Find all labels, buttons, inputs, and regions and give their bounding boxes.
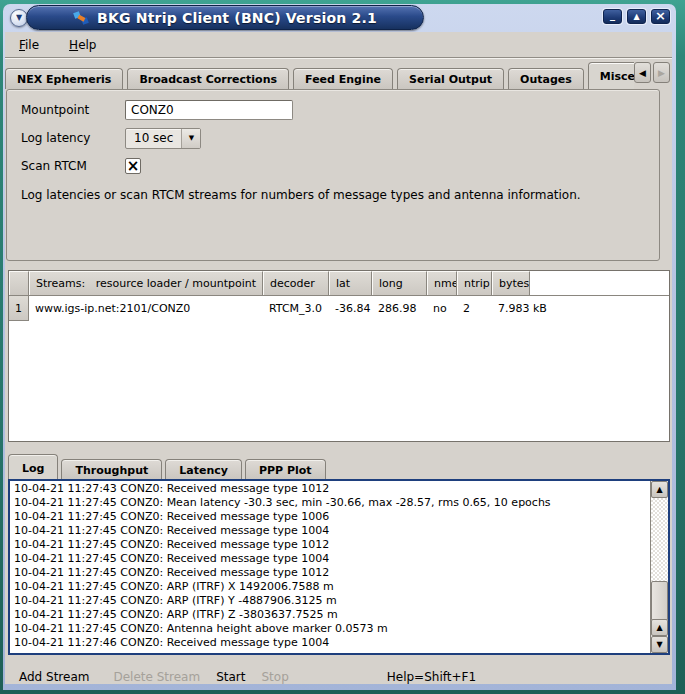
log-lines: 10-04-21 11:27:43 CONZ0: Received messag… <box>14 482 648 653</box>
column-header[interactable]: decoder <box>263 271 329 295</box>
help-shortcut-text: Help=Shift+F1 <box>387 670 476 684</box>
column-header[interactable]: long <box>372 271 427 295</box>
scroll-up-button[interactable]: ▲ <box>651 481 668 498</box>
main-tab[interactable]: Serial Output <box>397 68 504 89</box>
table-cell: 1 <box>9 296 29 321</box>
log-line: 10-04-21 11:27:45 CONZ0: ARP (ITRF) Y -4… <box>14 594 648 608</box>
mountpoint-label: Mountpoint <box>21 103 125 117</box>
action-button[interactable]: Start <box>216 670 245 684</box>
scan-rtcm-row: Scan RTCM × <box>21 156 659 176</box>
menu-item[interactable]: File <box>17 36 41 54</box>
action-button[interactable]: Delete Stream <box>113 670 200 684</box>
column-header[interactable]: bytes <box>492 271 530 295</box>
streams-table-header: Streams: resource loader / mountpoint de… <box>9 271 669 296</box>
app-icon <box>73 10 89 26</box>
log-view[interactable]: 10-04-21 11:27:43 CONZ0: Received messag… <box>8 479 670 655</box>
log-line: 10-04-21 11:27:45 CONZ0: Antenna height … <box>14 622 648 636</box>
table-cell: 286.98 <box>372 296 427 321</box>
arrow-down-icon: ▼ <box>656 640 662 649</box>
menu-item[interactable]: Help <box>67 36 98 54</box>
log-latency-select[interactable]: 10 sec ▼ <box>125 128 201 149</box>
scrollbar-track[interactable] <box>651 498 668 619</box>
client-area: File Help NEX Ephemeris Broadcast Correc… <box>5 32 672 684</box>
log-line: 10-04-21 11:27:45 CONZ0: ARP (ITRF) Z -3… <box>14 608 648 622</box>
log-scrollbar: ▲ ▲ ▼ <box>650 481 668 653</box>
log-line: 10-04-21 11:27:45 CONZ0: Received messag… <box>14 566 648 580</box>
log-line: 10-04-21 11:27:43 CONZ0: Received messag… <box>14 482 648 496</box>
log-line: 10-04-21 11:27:45 CONZ0: ARP (ITRF) X 14… <box>14 580 648 594</box>
maximize-icon: ▲ <box>633 13 639 21</box>
close-icon: × <box>655 9 666 22</box>
log-latency-label: Log latency <box>21 131 125 145</box>
table-cell: no <box>427 296 457 321</box>
bnc-window: ▼ BKG Ntrip Client (BNC) Version 2.1 _ ▲ <box>0 0 685 694</box>
maximize-button[interactable]: ▲ <box>627 9 646 24</box>
scrollbar-thumb[interactable] <box>651 581 668 621</box>
title-pill: BKG Ntrip Client (BNC) Version 2.1 <box>26 5 424 30</box>
main-tab[interactable]: Outages <box>508 68 584 89</box>
menu-bar: File Help <box>5 32 672 58</box>
arrow-up-icon: ▲ <box>656 485 662 494</box>
main-tab-bar: NEX Ephemeris Broadcast Corrections Feed… <box>5 62 672 89</box>
bottom-tab[interactable]: Log <box>8 454 58 479</box>
action-button[interactable]: Stop <box>261 670 288 684</box>
close-button[interactable]: × <box>651 9 670 24</box>
table-cell: 7.983 kB <box>492 296 547 321</box>
main-tab[interactable]: Broadcast Corrections <box>127 68 289 89</box>
main-tab[interactable]: Miscellaneous <box>588 62 634 89</box>
checkmark-icon: × <box>127 159 140 174</box>
chevron-right-icon: ▶ <box>658 68 665 78</box>
bottom-tab[interactable]: Latency <box>165 459 242 479</box>
window-title: BKG Ntrip Client (BNC) Version 2.1 <box>97 10 377 26</box>
minimize-button[interactable]: _ <box>603 9 622 24</box>
tab-scroll-right-button[interactable]: ▶ <box>653 62 670 83</box>
arrow-up-icon: ▲ <box>656 623 662 632</box>
column-header[interactable] <box>9 271 29 295</box>
miscellaneous-panel: Mountpoint CONZ0 Log latency 10 sec ▼ Sc… <box>6 89 660 261</box>
column-header[interactable]: Streams: resource loader / mountpoint <box>29 271 263 295</box>
streams-table: Streams: resource loader / mountpoint de… <box>8 270 670 442</box>
window-decoration: ▼ BKG Ntrip Client (BNC) Version 2.1 _ ▲ <box>3 4 676 690</box>
chevron-down-icon[interactable]: ▼ <box>181 129 200 148</box>
log-line: 10-04-21 11:27:45 CONZ0: Received messag… <box>14 552 648 566</box>
mountpoint-row: Mountpoint CONZ0 <box>21 100 659 120</box>
mountpoint-input[interactable]: CONZ0 <box>125 100 293 120</box>
tab-scroll-left-button[interactable]: ◀ <box>634 62 651 83</box>
log-line: 10-04-21 11:27:45 CONZ0: Received messag… <box>14 510 648 524</box>
main-tab[interactable]: NEX Ephemeris <box>5 68 123 89</box>
table-cell: RTCM_3.0 <box>263 296 329 321</box>
bottom-tab[interactable]: Throughput <box>61 459 162 479</box>
log-line: 10-04-21 11:27:46 CONZ0: Received messag… <box>14 636 648 650</box>
action-buttons: Add Stream Delete Stream Start Stop <box>19 670 305 684</box>
tab-scroll-buttons: ◀ ▶ <box>634 62 672 83</box>
scan-rtcm-label: Scan RTCM <box>21 159 125 173</box>
column-header[interactable]: lat <box>329 271 372 295</box>
log-latency-row: Log latency 10 sec ▼ <box>21 128 659 148</box>
main-tabs: NEX Ephemeris Broadcast Corrections Feed… <box>5 62 634 89</box>
minimize-icon: _ <box>610 10 615 20</box>
scan-rtcm-checkbox[interactable]: × <box>125 158 141 174</box>
log-line: 10-04-21 11:27:45 CONZ0: Received messag… <box>14 538 648 552</box>
scroll-up-button-secondary[interactable]: ▲ <box>651 619 668 636</box>
chevron-down-icon: ▼ <box>16 14 22 22</box>
panel-description: Log latencies or scan RTCM streams for n… <box>21 188 659 202</box>
log-latency-value: 10 sec <box>126 129 181 148</box>
bottom-tab-bar: Log Throughput Latency PPP Plot <box>8 454 672 479</box>
chevron-left-icon: ◀ <box>639 68 646 78</box>
log-line: 10-04-21 11:27:45 CONZ0: Mean latency -3… <box>14 496 648 510</box>
window-controls: _ ▲ × <box>603 9 670 24</box>
column-header[interactable]: ntrip <box>457 271 492 295</box>
table-row[interactable]: 1 www.igs-ip.net:2101/CONZ0 RTCM_3.0 -36… <box>9 296 669 321</box>
title-bar[interactable]: ▼ BKG Ntrip Client (BNC) Version 2.1 _ ▲ <box>3 4 676 32</box>
bottom-tab[interactable]: PPP Plot <box>245 459 326 479</box>
table-empty-area <box>9 321 669 441</box>
scroll-down-button[interactable]: ▼ <box>651 636 668 653</box>
action-bar: Add Stream Delete Stream Start Stop Help… <box>19 667 672 684</box>
log-line: 10-04-21 11:27:45 CONZ0: Received messag… <box>14 524 648 538</box>
column-header[interactable]: nmea <box>427 271 457 295</box>
action-button[interactable]: Add Stream <box>19 670 89 684</box>
main-tab[interactable]: Feed Engine <box>293 68 393 89</box>
table-cell: 2 <box>457 296 492 321</box>
table-cell: www.igs-ip.net:2101/CONZ0 <box>29 296 263 321</box>
table-cell: -36.84 <box>329 296 372 321</box>
